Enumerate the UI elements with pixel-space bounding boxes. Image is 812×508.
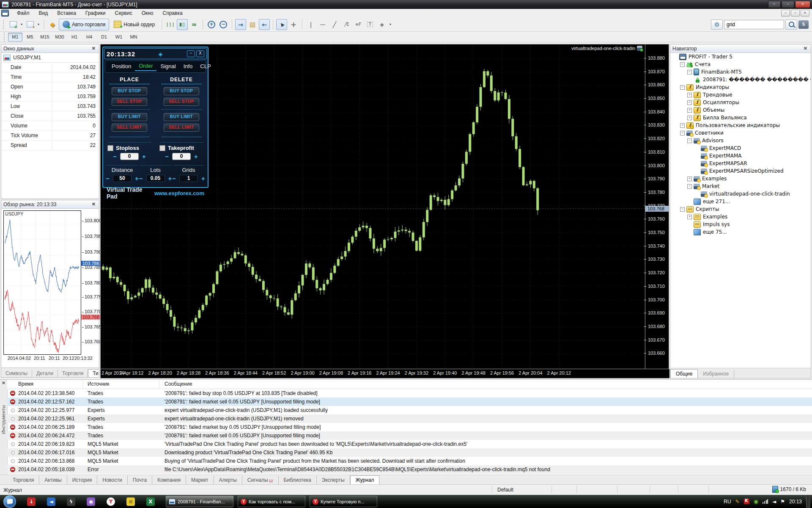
time-axis[interactable]: 2 Apr 20142 Apr 18:122 Apr 18:202 Apr 18… [101, 369, 669, 378]
tree-item[interactable]: −Индикаторы [670, 83, 811, 91]
tree-item[interactable]: ExpertMAPSARSizeOptimized [670, 167, 811, 175]
timeframe-MN[interactable]: MN [126, 33, 141, 41]
expand-plus-icon[interactable]: + [687, 177, 692, 181]
toolbox-tab-Журнал[interactable]: Журнал [350, 475, 380, 484]
market-tab-Ти[interactable]: Ти [88, 369, 99, 377]
toolbox-tab-Эксперты[interactable]: Эксперты [317, 476, 350, 484]
vtp-tab-Info[interactable]: Info [180, 63, 197, 71]
distance-plus-button[interactable]: + [135, 176, 139, 181]
speaker-icon[interactable]: ◄ [47, 497, 55, 506]
linechart-icon[interactable] [189, 19, 200, 30]
network-tray-icon[interactable] [763, 499, 768, 504]
toolbox-tab-История[interactable]: История [67, 476, 98, 484]
tree-item[interactable]: +Examples [670, 175, 811, 182]
tree-item[interactable]: +Examples [670, 213, 811, 221]
show-desktop-button[interactable] [806, 495, 810, 508]
mdi-minimize-button[interactable]: − [781, 10, 790, 17]
collapse-minus-icon[interactable]: − [687, 138, 692, 143]
notes-icon[interactable]: ≡ [126, 497, 135, 506]
navigator-close-icon[interactable]: ✕ [802, 46, 809, 51]
profiles-icon[interactable] [25, 19, 36, 30]
text-tool-icon[interactable] [365, 19, 376, 30]
dropdown-icon[interactable]: ▾ [36, 22, 41, 26]
toolbox-tab-Компания[interactable]: Компания [152, 476, 186, 484]
journal-row[interactable]: 2014.04.02 20:12:25.961Expertsexpert vir… [7, 414, 812, 423]
market-overview-close-icon[interactable]: ✕ [91, 202, 97, 207]
timeframe-W1[interactable]: W1 [112, 33, 126, 41]
tree-item[interactable]: −Скрипты [670, 205, 811, 213]
volume-tray-icon[interactable]: ◄ [772, 499, 776, 504]
timeframe-H4[interactable]: H4 [82, 33, 96, 41]
collapse-minus-icon[interactable]: − [687, 70, 692, 75]
cursor-icon[interactable] [276, 19, 287, 30]
metaeditor-icon[interactable] [47, 19, 58, 30]
trendline-icon[interactable] [329, 19, 340, 30]
toolbox-tab-Торговля[interactable]: Торговля [8, 476, 39, 484]
timeframe-M30[interactable]: M30 [52, 33, 67, 41]
distance-value[interactable]: 50 [113, 175, 132, 182]
journal-row[interactable]: 2014.04.02 20:06:25.189Trades'2008791': … [7, 423, 812, 431]
tree-item[interactable]: +Осцилляторы [670, 99, 811, 106]
action-center-flag-icon[interactable]: ⚑ [780, 499, 785, 504]
journal-col-source[interactable]: Источник [83, 380, 159, 389]
journal-row[interactable]: 2014.04.02 20:06:17.016MQL5 MarketDownlo… [7, 448, 812, 457]
search-button[interactable] [785, 19, 797, 30]
shift-icon[interactable] [259, 19, 270, 30]
autotrading-button[interactable]: Авто-торговля [59, 19, 109, 30]
hline-icon[interactable] [317, 19, 328, 30]
timeframe-D1[interactable]: D1 [97, 33, 111, 41]
tester-icon[interactable] [247, 19, 258, 30]
journal-row[interactable]: 2014.04.02 20:13:38.540Trades'2008791': … [7, 389, 812, 398]
journal-row[interactable]: 2014.04.02 20:06:24.472Trades'2008791': … [7, 431, 812, 440]
takeprofit-checkbox[interactable] [159, 145, 165, 151]
tree-item[interactable]: −Advisors [670, 137, 811, 144]
tree-item[interactable]: Impuls sys [670, 221, 811, 228]
timeframe-M5[interactable]: M5 [23, 33, 37, 41]
move-icon[interactable]: ◈ [135, 51, 186, 57]
vtp-tab-Signal[interactable]: Signal [156, 63, 179, 71]
delete-buy-stop-button[interactable]: BUY STOP [164, 87, 199, 95]
navigator-tab-Общие[interactable]: Общие [670, 369, 698, 378]
place-buy-limit-button[interactable]: BUY LIMIT [112, 113, 147, 121]
vtp-close-button[interactable]: X [196, 50, 204, 57]
tree-item[interactable]: −Советники [670, 129, 811, 137]
vtp-tab-Position[interactable]: Position [108, 63, 135, 71]
mdi-close-button[interactable]: × [801, 10, 809, 17]
delete-buy-limit-button[interactable]: BUY LIMIT [164, 113, 199, 121]
tree-item[interactable]: еще 75... [670, 228, 811, 236]
menu-Окно[interactable]: Окно [137, 9, 158, 17]
fibo-icon[interactable] [353, 19, 364, 30]
lots-minus-button[interactable]: − [139, 176, 143, 181]
tree-item[interactable]: ExpertMAMA [670, 152, 811, 160]
stoploss-checkbox[interactable] [107, 145, 113, 151]
journal-row[interactable]: 2014.04.02 20:12:25.977Expertsexpert vir… [7, 406, 812, 414]
lots-plus-button[interactable]: + [168, 176, 172, 181]
tree-item[interactable]: −Счета [670, 61, 811, 68]
market-tab-Торговля[interactable]: Торговля [58, 370, 88, 377]
tree-item[interactable]: virtualtradepad-one-click-tradin [670, 190, 811, 198]
taskbar-window-item[interactable]: YКупите Торговую п... [310, 496, 377, 507]
toolbox-vertical-tab[interactable]: Инструменты [1, 405, 6, 434]
takeprofit-minus-button[interactable]: − [165, 154, 169, 159]
toolbox-tab-Новости[interactable]: Новости [97, 476, 127, 484]
place-sell-stop-button[interactable]: SELL STOP [112, 98, 147, 106]
excel-icon[interactable]: X [146, 497, 155, 506]
taskbar-window-item[interactable]: YКак торговать с пом... [238, 496, 305, 507]
download-icon[interactable]: ↓ [27, 497, 36, 506]
dropdown-icon[interactable]: ▾ [19, 22, 24, 26]
journal-row[interactable]: 2014.04.02 20:12:57.162Trades'2008791': … [7, 398, 812, 406]
expand-plus-icon[interactable]: + [687, 108, 692, 113]
distance-minus-button[interactable]: − [106, 176, 110, 181]
market-tab-Символы[interactable]: Символы [1, 370, 32, 377]
timeframe-M1[interactable]: M1 [8, 33, 22, 41]
menu-Справка[interactable]: Справка [158, 9, 187, 17]
tree-item[interactable]: PROFIT - Trader 5 [670, 53, 811, 61]
stoploss-plus-button[interactable]: + [142, 154, 146, 159]
zoom-in-icon[interactable] [206, 19, 217, 30]
pencil-tray-icon[interactable]: ✎ [735, 499, 740, 504]
place-buy-stop-button[interactable]: BUY STOP [112, 87, 147, 95]
toolbox-tab-Маркет[interactable]: Маркет [186, 476, 214, 484]
collapse-minus-icon[interactable]: − [680, 207, 685, 212]
vtp-title-bar[interactable]: 20:13:32 ◈ − X [104, 48, 207, 59]
yandex-icon[interactable]: Y [107, 497, 115, 506]
